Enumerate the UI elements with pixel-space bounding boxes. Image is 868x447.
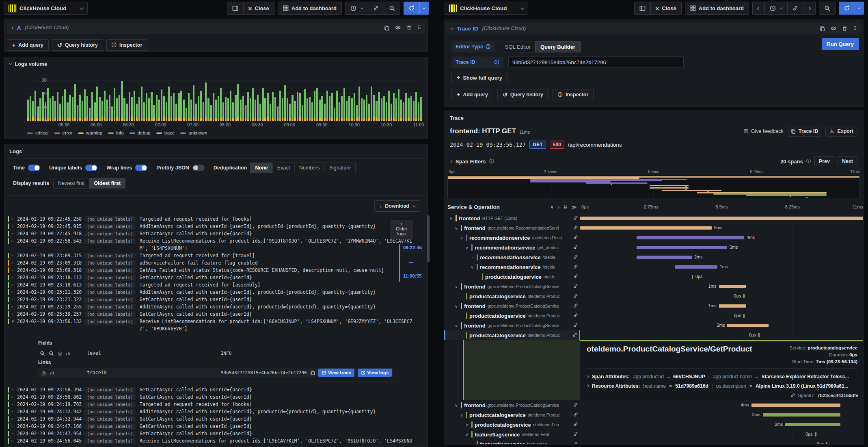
chevron-down-icon[interactable]: ∨ xyxy=(464,432,469,437)
chevron-right-icon[interactable]: › xyxy=(11,415,17,423)
older-logs-button[interactable]: ∧ Older logs xyxy=(390,220,413,239)
span-duration-bar[interactable] xyxy=(580,217,863,220)
span-link-icon[interactable] xyxy=(573,284,578,289)
logs-volume-header[interactable]: Logs volume xyxy=(4,57,428,71)
span-row[interactable]: ∨productcatalogserviceoteldemo.Produc3ms xyxy=(444,410,863,420)
show-full-query-button[interactable]: +Show full query xyxy=(451,72,507,83)
legend-item-warning[interactable]: warning xyxy=(78,130,102,135)
log-row[interactable]: ›2024-02-19 09:23:18.113(no unique label… xyxy=(8,274,420,281)
drag-handle-icon[interactable]: ⠿ xyxy=(853,26,857,31)
log-row[interactable]: ›2024-02-19 09:23:09.315(no unique label… xyxy=(8,252,420,259)
chevron-right-icon[interactable]: › xyxy=(11,408,17,415)
share-link-button[interactable] xyxy=(787,2,803,15)
span-duration-bar[interactable] xyxy=(743,294,745,298)
stats-icon[interactable] xyxy=(50,370,54,375)
log-row[interactable]: ›2024-02-19 09:24:19.703(no unique label… xyxy=(8,401,420,408)
chevron-right-icon[interactable]: › xyxy=(11,401,17,408)
filter-for-icon[interactable] xyxy=(40,351,45,356)
span-duration-bar[interactable] xyxy=(727,324,768,327)
span-row[interactable]: ∨featureflagserviceoteldemo.Feat0μs xyxy=(444,430,863,439)
left-scrollbar[interactable] xyxy=(427,215,430,262)
span-row[interactable]: productcatalogserviceoteldemo.Produc0μs xyxy=(444,311,863,321)
log-row[interactable]: ›2024-02-19 09:23:58.394(no unique label… xyxy=(8,386,420,393)
export-trace-button[interactable]: Export xyxy=(825,126,857,137)
chevron-right-icon[interactable]: › xyxy=(11,296,17,303)
filter-out-icon[interactable] xyxy=(49,351,54,356)
drag-handle-icon[interactable]: ⠿ xyxy=(417,25,421,30)
legend-item-info[interactable]: info xyxy=(108,130,124,135)
delete-query-icon[interactable] xyxy=(842,26,847,31)
span-link-icon[interactable] xyxy=(573,432,578,436)
time-picker-button[interactable] xyxy=(345,2,368,15)
span-id[interactable]: SpanID:7b23cec443156dfe xyxy=(790,393,858,398)
right-datasource-picker[interactable]: ClickHouse Cloud xyxy=(445,2,528,15)
dedup-option-none[interactable]: None xyxy=(250,163,272,173)
span-duration-bar[interactable] xyxy=(637,236,744,239)
left-close-button[interactable]: ×Close xyxy=(243,2,274,15)
dedup-option-numbers[interactable]: Numbers xyxy=(295,163,325,173)
query-row-header[interactable]: A (ClickHouse Cloud) ⠿ xyxy=(7,22,425,34)
expand-all-icon[interactable]: ≫ xyxy=(571,204,577,210)
right-add-to-dashboard-button[interactable]: Add to dashboard xyxy=(685,2,749,15)
span-duration-bar[interactable] xyxy=(751,404,841,407)
chevron-down-icon[interactable]: ∨ xyxy=(459,236,464,240)
chevron-right-icon[interactable]: › xyxy=(11,223,17,230)
span-duration-bar[interactable] xyxy=(637,246,727,249)
chevron-right-icon[interactable]: › xyxy=(11,393,17,401)
span-duration-bar[interactable] xyxy=(826,442,827,445)
collapse-all-icon[interactable]: ⇊ xyxy=(564,204,567,210)
chevron-right-icon[interactable]: › xyxy=(11,230,17,237)
chevron-down-icon[interactable]: ∨ xyxy=(464,245,469,250)
log-row[interactable]: ›2024-02-19 09:22:45.915(no unique label… xyxy=(8,223,420,230)
unique-labels-toggle[interactable] xyxy=(85,165,97,171)
left-datasource-picker[interactable]: ClickHouse Cloud xyxy=(4,2,88,15)
wrap-lines-toggle[interactable] xyxy=(135,165,147,171)
span-duration-bar[interactable] xyxy=(719,304,746,308)
left-inspector-button[interactable]: ⓘInspector xyxy=(106,39,147,51)
span-link-icon[interactable] xyxy=(573,402,578,407)
chevron-right-icon[interactable]: › xyxy=(11,303,17,310)
span-link-icon[interactable] xyxy=(573,293,578,298)
chevron-right-icon[interactable]: › xyxy=(470,255,475,260)
span-duration-bar[interactable] xyxy=(815,432,816,436)
chevron-down-icon[interactable]: ∨ xyxy=(459,413,464,417)
span-duration-bar[interactable] xyxy=(675,265,717,269)
log-row[interactable]: ›2024-02-19 09:23:39.257(no unique label… xyxy=(8,310,420,318)
chevron-right-icon[interactable]: › xyxy=(11,252,17,259)
logs-volume-legend[interactable]: criticalerrorwarninginfodebugtraceunknow… xyxy=(27,130,207,135)
chevron-down-icon[interactable]: ∨ xyxy=(454,284,459,289)
chevron-down-icon[interactable]: ∨ xyxy=(464,423,469,427)
time-shift-back-button[interactable] xyxy=(752,2,764,15)
prettify-json-toggle[interactable] xyxy=(192,165,205,171)
dedup-option-signature[interactable]: Signature xyxy=(325,163,356,173)
copy-trace-id-button[interactable]: Trace ID xyxy=(787,126,823,137)
log-row[interactable]: ›2024-02-19 09:22:45.918(no unique label… xyxy=(8,230,420,237)
view-logs-button[interactable]: View logs xyxy=(358,369,392,377)
log-row[interactable]: ›2024-02-19 09:22:45.258(no unique label… xyxy=(8,215,420,223)
adhoc-filter-icon[interactable]: ◎ xyxy=(41,370,46,376)
span-link-icon[interactable] xyxy=(573,235,578,240)
span-link-icon[interactable] xyxy=(573,274,578,279)
span-row[interactable]: productcatalogserviceoteldemo.Produc0μs xyxy=(444,330,863,340)
copy-icon[interactable] xyxy=(310,370,315,375)
chevron-right-icon[interactable]: › xyxy=(11,237,17,245)
delete-query-icon[interactable] xyxy=(406,25,412,30)
sql-editor-option[interactable]: SQL Editor xyxy=(500,41,535,52)
span-row[interactable]: productcatalogserviceotelde0μs xyxy=(444,272,863,282)
collapse-pane-button[interactable] xyxy=(227,2,243,15)
span-row[interactable]: ∨recommendationservice/otelde1ms xyxy=(444,262,863,272)
chevron-down-icon[interactable]: ∨ xyxy=(11,318,17,325)
resource-attributes-row[interactable]: Resource Attributes:host.name=51d7989a61… xyxy=(587,381,857,391)
refresh-button[interactable] xyxy=(839,2,855,15)
display-option-newest-first[interactable]: Newest first xyxy=(54,178,89,188)
logs-volume-chart[interactable]: 0102030 xyxy=(27,80,422,121)
span-row[interactable]: ∨frontendgrpc.oteldemo.ProductCatalogSer… xyxy=(444,301,863,311)
legend-item-error[interactable]: error xyxy=(54,130,72,135)
span-link-icon[interactable] xyxy=(573,215,578,220)
adhoc-filter-icon[interactable]: ◎ xyxy=(58,350,62,356)
log-row[interactable]: ›2024-02-19 09:23:18.613(no unique label… xyxy=(8,281,420,289)
log-row[interactable]: ›2024-02-19 09:23:09.318(no unique label… xyxy=(8,267,420,274)
span-link-icon[interactable] xyxy=(573,441,578,445)
span-duration-bar[interactable] xyxy=(637,256,692,259)
right-query-history-button[interactable]: ↺Query history xyxy=(497,89,548,100)
